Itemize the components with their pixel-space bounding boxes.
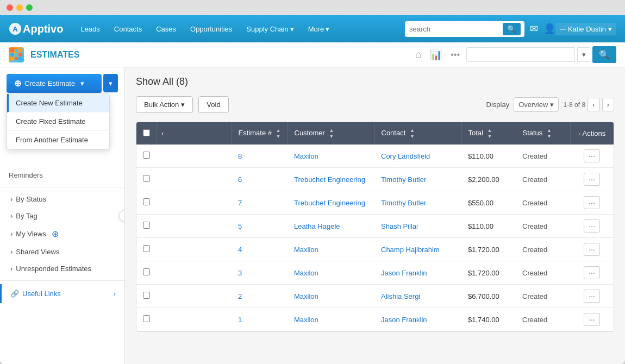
mail-icon[interactable]: ✉ (530, 23, 538, 35)
row-id-4: 4 (232, 238, 288, 261)
bulk-action-button[interactable]: Bulk Action ▾ (136, 96, 193, 113)
from-another-estimate-item[interactable]: From Another Estimate (7, 131, 109, 149)
chart-icon[interactable]: 📊 (428, 47, 444, 63)
row-actions-btn-5[interactable]: ··· (584, 266, 600, 279)
contact-link-1[interactable]: Timothy Butler (381, 175, 426, 184)
user-icon[interactable]: 👤 (543, 23, 555, 35)
row-actions-btn-7[interactable]: ··· (584, 313, 600, 326)
void-button[interactable]: Void (198, 96, 228, 113)
customer-link-7[interactable]: Maxilon (294, 316, 318, 324)
contact-link-3[interactable]: Shash Pillai (381, 222, 418, 230)
back-col[interactable]: ‹ (157, 122, 232, 145)
estimate-id-link-4[interactable]: 4 (238, 246, 242, 254)
customer-col[interactable]: Customer ▲▼ (288, 122, 374, 145)
row-checkbox-cell (136, 308, 157, 331)
create-dropdown-arrow[interactable]: ▾ (103, 74, 118, 92)
row-checkbox-6[interactable] (143, 292, 150, 299)
nav-supply-chain[interactable]: Supply Chain ▾ (240, 22, 300, 36)
row-actions-5: ··· (570, 261, 614, 285)
contact-link-7[interactable]: Jason Franklin (381, 316, 427, 324)
estimate-id-link-1[interactable]: 6 (238, 175, 242, 184)
create-fixed-estimate-item[interactable]: Create Fixed Estimate (7, 112, 109, 131)
my-views-item[interactable]: › My Views ⊕ (0, 224, 124, 243)
chevron-down-icon-create: ▾ (80, 79, 84, 87)
row-actions-btn-6[interactable]: ··· (584, 290, 600, 303)
by-status-item[interactable]: › By Status (0, 191, 124, 208)
nav-cases[interactable]: Cases (149, 22, 183, 36)
prev-page-button[interactable]: ‹ (588, 98, 599, 111)
contact-link-0[interactable]: Cory Landsfield (381, 152, 430, 160)
module-search-input[interactable] (466, 47, 575, 62)
customer-link-3[interactable]: Leatha Hagele (294, 222, 340, 230)
create-estimate-button[interactable]: ⊕ Create Estimate ▾ (7, 74, 102, 93)
estimate-num-col[interactable]: Estimate # ▲▼ (232, 122, 288, 145)
row-checkbox-3[interactable] (143, 222, 150, 229)
nav-contacts[interactable]: Contacts (108, 22, 148, 36)
row-actions-btn-3[interactable]: ··· (584, 219, 600, 233)
search-dropdown-btn[interactable]: ▾ (577, 47, 590, 62)
unresponded-estimates-item[interactable]: › Unresponded Estimates (0, 260, 124, 277)
customer-link-4[interactable]: Maxilon (294, 246, 318, 254)
contact-link-4[interactable]: Champ Hajibrahim (381, 246, 440, 254)
row-actions-btn-0[interactable]: ··· (584, 149, 600, 162)
more-icon[interactable]: ••• (448, 48, 462, 62)
estimate-id-link-7[interactable]: 1 (238, 316, 242, 324)
row-checkbox-2[interactable] (143, 198, 150, 205)
contact-col[interactable]: Contact ▲▼ (374, 122, 461, 145)
logo[interactable]: A Apptivo (9, 22, 63, 35)
row-actions-btn-1[interactable]: ··· (584, 173, 600, 186)
estimate-id-link-0[interactable]: 8 (238, 152, 242, 160)
create-new-estimate-item[interactable]: Create New Estimate (7, 94, 109, 112)
customer-link-5[interactable]: Maxilon (294, 269, 318, 277)
row-actions-btn-4[interactable]: ··· (584, 243, 600, 256)
row-contact-1: Timothy Butler (374, 168, 461, 191)
sort-estimate-icon: ▲▼ (276, 128, 281, 139)
display-chevron-icon: ▾ (550, 101, 554, 109)
contact-link-5[interactable]: Jason Franklin (381, 269, 427, 277)
display-select[interactable]: Overview ▾ (514, 97, 559, 112)
contact-link-6[interactable]: Alishia Sergi (381, 292, 420, 300)
search-button[interactable]: 🔍 (503, 23, 521, 35)
useful-links-item[interactable]: 🔗 Useful Links › (0, 284, 124, 303)
select-all-checkbox[interactable] (143, 129, 150, 136)
estimate-id-link-3[interactable]: 5 (238, 222, 242, 230)
home-icon[interactable]: ⌂ (413, 47, 423, 62)
sub-nav: ESTIMATES ⌂ 📊 ••• ▾ 🔍 (0, 42, 625, 67)
row-checkbox-4[interactable] (143, 245, 150, 252)
row-checkbox-7[interactable] (143, 315, 150, 322)
row-actions-btn-2[interactable]: ··· (584, 196, 600, 209)
shared-views-item[interactable]: › Shared Views (0, 243, 124, 260)
maximize-dot[interactable] (26, 4, 33, 11)
table-row: 1 Maxilon Jason Franklin $1,740.00 Creat… (136, 308, 614, 331)
next-page-button[interactable]: › (602, 98, 614, 111)
close-dot[interactable] (7, 4, 13, 11)
customer-link-1[interactable]: Trebuchet Engineering (294, 175, 365, 184)
module-search-button[interactable]: 🔍 (592, 46, 616, 63)
search-input[interactable] (409, 25, 501, 33)
row-checkbox-cell (136, 238, 157, 261)
add-view-icon[interactable]: ⊕ (52, 229, 59, 239)
customer-link-0[interactable]: Maxilon (294, 152, 318, 160)
table-row: 8 Maxilon Cory Landsfield $110.00 Create… (136, 145, 614, 168)
row-checkbox-5[interactable] (143, 268, 150, 275)
nav-leads[interactable]: Leads (74, 22, 106, 36)
row-customer-1: Trebuchet Engineering (288, 168, 374, 191)
row-spacer-0 (157, 145, 232, 168)
estimate-id-link-2[interactable]: 7 (238, 199, 242, 207)
nav-more[interactable]: More ▾ (302, 22, 336, 36)
row-checkbox-1[interactable] (143, 175, 150, 182)
status-col[interactable]: Status ▲▼ (516, 122, 570, 145)
by-tag-item[interactable]: › By Tag (0, 208, 124, 224)
nav-opportunities[interactable]: Opportunities (184, 22, 239, 36)
estimate-id-link-6[interactable]: 2 (238, 292, 242, 300)
user-menu[interactable]: — Katie Dustin ▾ (555, 23, 616, 35)
estimate-id-link-5[interactable]: 3 (238, 269, 242, 277)
total-col[interactable]: Total ▲▼ (461, 122, 516, 145)
reminders-label: Reminders (0, 167, 124, 184)
minimize-dot[interactable] (16, 4, 23, 11)
customer-link-6[interactable]: Maxilon (294, 292, 318, 300)
contact-link-2[interactable]: Timothy Butler (381, 199, 426, 207)
module-icon (9, 47, 24, 62)
customer-link-2[interactable]: Trebuchet Engineering (294, 199, 365, 207)
row-checkbox-0[interactable] (143, 152, 150, 159)
